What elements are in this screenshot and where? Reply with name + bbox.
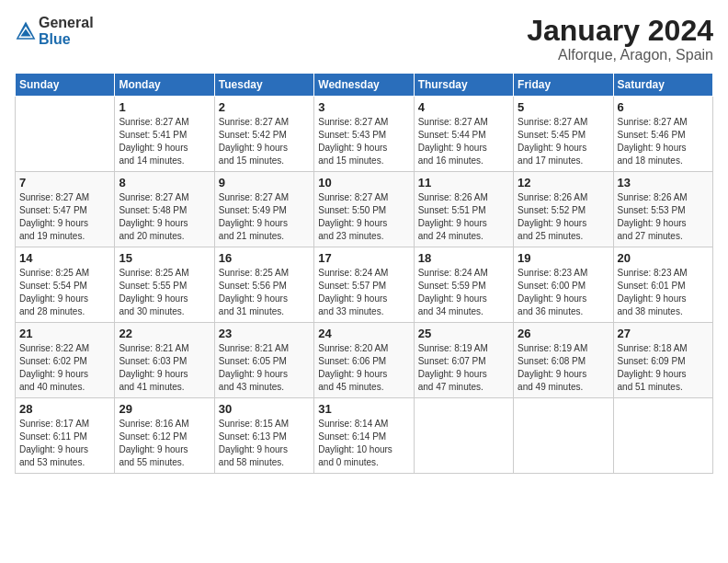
calendar-cell: 22Sunrise: 8:21 AM Sunset: 6:03 PM Dayli… (115, 323, 214, 398)
calendar-cell: 12Sunrise: 8:26 AM Sunset: 5:52 PM Dayli… (514, 172, 613, 247)
cell-info-text: Sunrise: 8:16 AM Sunset: 6:12 PM Dayligh… (119, 418, 210, 469)
header: General Blue January 2024 Alforque, Arag… (15, 15, 713, 63)
cell-date-number: 30 (219, 402, 310, 416)
calendar-week-row: 7Sunrise: 8:27 AM Sunset: 5:47 PM Daylig… (16, 172, 713, 247)
calendar-cell: 25Sunrise: 8:19 AM Sunset: 6:07 PM Dayli… (414, 323, 513, 398)
cell-date-number: 13 (618, 176, 709, 190)
calendar-header-row: SundayMondayTuesdayWednesdayThursdayFrid… (16, 74, 713, 97)
cell-info-text: Sunrise: 8:15 AM Sunset: 6:13 PM Dayligh… (219, 418, 310, 469)
cell-date-number: 24 (318, 327, 409, 340)
calendar-table: SundayMondayTuesdayWednesdayThursdayFrid… (15, 73, 713, 474)
calendar-cell: 2Sunrise: 8:27 AM Sunset: 5:42 PM Daylig… (214, 97, 313, 172)
cell-date-number: 17 (318, 251, 409, 265)
calendar-week-row: 21Sunrise: 8:22 AM Sunset: 6:02 PM Dayli… (16, 323, 713, 398)
calendar-cell: 19Sunrise: 8:23 AM Sunset: 6:00 PM Dayli… (514, 247, 613, 323)
cell-info-text: Sunrise: 8:27 AM Sunset: 5:45 PM Dayligh… (518, 116, 609, 167)
cell-info-text: Sunrise: 8:23 AM Sunset: 6:00 PM Dayligh… (518, 267, 609, 318)
calendar-cell: 20Sunrise: 8:23 AM Sunset: 6:01 PM Dayli… (613, 247, 712, 323)
day-header-tuesday: Tuesday (214, 74, 313, 97)
cell-info-text: Sunrise: 8:27 AM Sunset: 5:47 PM Dayligh… (19, 191, 110, 243)
cell-info-text: Sunrise: 8:25 AM Sunset: 5:56 PM Dayligh… (219, 267, 310, 318)
calendar-cell: 3Sunrise: 8:27 AM Sunset: 5:43 PM Daylig… (314, 97, 414, 172)
cell-info-text: Sunrise: 8:21 AM Sunset: 6:03 PM Dayligh… (119, 342, 210, 394)
cell-info-text: Sunrise: 8:26 AM Sunset: 5:52 PM Dayligh… (518, 191, 609, 243)
cell-date-number: 1 (119, 100, 210, 114)
calendar-cell: 4Sunrise: 8:27 AM Sunset: 5:44 PM Daylig… (414, 97, 513, 172)
cell-date-number: 6 (618, 100, 709, 114)
cell-info-text: Sunrise: 8:24 AM Sunset: 5:59 PM Dayligh… (418, 267, 509, 318)
cell-date-number: 2 (219, 100, 310, 114)
cell-info-text: Sunrise: 8:27 AM Sunset: 5:46 PM Dayligh… (618, 116, 709, 167)
logo-general: General (39, 15, 94, 31)
calendar-week-row: 28Sunrise: 8:17 AM Sunset: 6:11 PM Dayli… (16, 398, 713, 474)
cell-date-number: 18 (418, 251, 509, 265)
calendar-cell: 6Sunrise: 8:27 AM Sunset: 5:46 PM Daylig… (613, 97, 712, 172)
logo-text: General Blue (39, 15, 94, 47)
calendar-cell: 7Sunrise: 8:27 AM Sunset: 5:47 PM Daylig… (16, 172, 115, 247)
cell-info-text: Sunrise: 8:27 AM Sunset: 5:48 PM Dayligh… (119, 191, 210, 243)
cell-info-text: Sunrise: 8:27 AM Sunset: 5:43 PM Dayligh… (318, 116, 409, 167)
cell-info-text: Sunrise: 8:19 AM Sunset: 6:07 PM Dayligh… (418, 342, 509, 394)
cell-date-number: 27 (618, 327, 709, 340)
cell-info-text: Sunrise: 8:27 AM Sunset: 5:49 PM Dayligh… (219, 191, 310, 243)
title-block: January 2024 Alforque, Aragon, Spain (527, 15, 713, 63)
calendar-cell: 27Sunrise: 8:18 AM Sunset: 6:09 PM Dayli… (613, 323, 712, 398)
day-header-thursday: Thursday (414, 74, 513, 97)
cell-date-number: 11 (418, 176, 509, 190)
calendar-cell: 17Sunrise: 8:24 AM Sunset: 5:57 PM Dayli… (314, 247, 414, 323)
calendar-cell (613, 398, 712, 474)
cell-info-text: Sunrise: 8:18 AM Sunset: 6:09 PM Dayligh… (618, 342, 709, 394)
calendar-cell: 28Sunrise: 8:17 AM Sunset: 6:11 PM Dayli… (16, 398, 115, 474)
calendar-cell: 9Sunrise: 8:27 AM Sunset: 5:49 PM Daylig… (214, 172, 313, 247)
cell-info-text: Sunrise: 8:19 AM Sunset: 6:08 PM Dayligh… (518, 342, 609, 394)
calendar-cell: 5Sunrise: 8:27 AM Sunset: 5:45 PM Daylig… (514, 97, 613, 172)
logo: General Blue (15, 15, 94, 47)
cell-info-text: Sunrise: 8:25 AM Sunset: 5:55 PM Dayligh… (119, 267, 210, 318)
cell-info-text: Sunrise: 8:20 AM Sunset: 6:06 PM Dayligh… (318, 342, 409, 394)
day-header-sunday: Sunday (16, 74, 115, 97)
cell-date-number: 23 (219, 327, 310, 340)
calendar-cell (16, 97, 115, 172)
cell-info-text: Sunrise: 8:26 AM Sunset: 5:53 PM Dayligh… (618, 191, 709, 243)
cell-info-text: Sunrise: 8:21 AM Sunset: 6:05 PM Dayligh… (219, 342, 310, 394)
cell-info-text: Sunrise: 8:27 AM Sunset: 5:42 PM Dayligh… (219, 116, 310, 167)
cell-date-number: 8 (119, 176, 210, 190)
cell-date-number: 7 (19, 176, 110, 190)
cell-info-text: Sunrise: 8:27 AM Sunset: 5:44 PM Dayligh… (418, 116, 509, 167)
day-header-monday: Monday (115, 74, 214, 97)
calendar-cell: 8Sunrise: 8:27 AM Sunset: 5:48 PM Daylig… (115, 172, 214, 247)
calendar-week-row: 1Sunrise: 8:27 AM Sunset: 5:41 PM Daylig… (16, 97, 713, 172)
cell-date-number: 26 (518, 327, 609, 340)
cell-date-number: 9 (219, 176, 310, 190)
calendar-cell: 21Sunrise: 8:22 AM Sunset: 6:02 PM Dayli… (16, 323, 115, 398)
calendar-cell: 16Sunrise: 8:25 AM Sunset: 5:56 PM Dayli… (214, 247, 313, 323)
calendar-cell: 30Sunrise: 8:15 AM Sunset: 6:13 PM Dayli… (214, 398, 313, 474)
cell-date-number: 5 (518, 100, 609, 114)
cell-date-number: 21 (19, 327, 110, 340)
day-header-saturday: Saturday (613, 74, 712, 97)
cell-date-number: 4 (418, 100, 509, 114)
logo-blue: Blue (39, 31, 94, 48)
cell-date-number: 19 (518, 251, 609, 265)
cell-info-text: Sunrise: 8:14 AM Sunset: 6:14 PM Dayligh… (318, 418, 409, 469)
cell-date-number: 15 (119, 251, 210, 265)
calendar-week-row: 14Sunrise: 8:25 AM Sunset: 5:54 PM Dayli… (16, 247, 713, 323)
calendar-cell: 14Sunrise: 8:25 AM Sunset: 5:54 PM Dayli… (16, 247, 115, 323)
calendar-cell: 23Sunrise: 8:21 AM Sunset: 6:05 PM Dayli… (214, 323, 313, 398)
cell-info-text: Sunrise: 8:27 AM Sunset: 5:41 PM Dayligh… (119, 116, 210, 167)
cell-date-number: 31 (318, 402, 409, 416)
cell-info-text: Sunrise: 8:17 AM Sunset: 6:11 PM Dayligh… (19, 418, 110, 469)
cell-info-text: Sunrise: 8:27 AM Sunset: 5:50 PM Dayligh… (318, 191, 409, 243)
cell-info-text: Sunrise: 8:26 AM Sunset: 5:51 PM Dayligh… (418, 191, 509, 243)
calendar-cell: 13Sunrise: 8:26 AM Sunset: 5:53 PM Dayli… (613, 172, 712, 247)
cell-info-text: Sunrise: 8:25 AM Sunset: 5:54 PM Dayligh… (19, 267, 110, 318)
cell-date-number: 12 (518, 176, 609, 190)
cell-date-number: 10 (318, 176, 409, 190)
calendar-page: General Blue January 2024 Alforque, Arag… (0, 0, 728, 563)
cell-date-number: 14 (19, 251, 110, 265)
month-title: January 2024 (527, 15, 713, 47)
day-header-friday: Friday (514, 74, 613, 97)
cell-date-number: 29 (119, 402, 210, 416)
cell-date-number: 22 (119, 327, 210, 340)
calendar-cell: 26Sunrise: 8:19 AM Sunset: 6:08 PM Dayli… (514, 323, 613, 398)
